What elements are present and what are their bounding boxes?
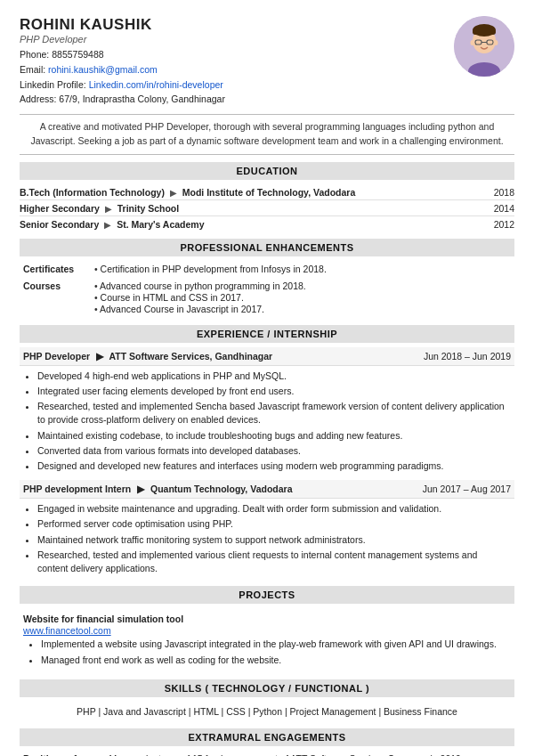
edu-arrow-1: ▶ — [170, 188, 177, 198]
exp-job-1-bullets: Developed 4 high-end web applications in… — [20, 368, 514, 477]
pe-row-certificates: Certificates Certification in PHP develo… — [20, 261, 514, 278]
skills-section-header: SKILLS ( TECHNOLOGY / FUNCTIONAL ) — [20, 679, 514, 697]
header-info: Phone: 8855759488 Email: rohini.kaushik@… — [20, 47, 225, 107]
exp-job-1-bullet-6: Designed and developed new features and … — [37, 459, 509, 473]
address-label: Address: — [20, 93, 56, 104]
edu-row-2: Higher Secondary ▶ Trinity School 2014 — [20, 200, 514, 216]
project-bullet-1-1: Implemented a website using Javascript i… — [41, 638, 506, 651]
svg-point-10 — [471, 40, 475, 45]
exp-job-1-bullet-4: Maintained existing codebase, to include… — [37, 429, 509, 443]
project-bullet-1-2: Managed front end work as well as coding… — [41, 654, 506, 667]
pe-label-certificates: Certificates — [20, 261, 91, 278]
extramural-table: Positions of Responsibility Managed a te… — [20, 751, 514, 756]
project-item-1: Website for financial simulation tool ww… — [20, 608, 514, 671]
edu-degree-1: B.Tech (Information Technology) — [20, 187, 165, 198]
edu-institution-2: Trinity School — [117, 203, 179, 214]
exp-job-1-company: ATT Software Services, Gandhinagar — [109, 351, 273, 362]
ext-content-positions: Managed a team of 15 freshers as a part … — [100, 751, 514, 756]
exp-job-2-arrow: ▶ — [137, 484, 144, 494]
exp-job-1-bullet-5: Converted data from various formats into… — [37, 444, 509, 458]
header-divider — [20, 114, 514, 115]
edu-year-3: 2012 — [494, 219, 514, 230]
phone-label: Phone: — [20, 49, 49, 60]
summary-text: A creative and motivated PHP Developer, … — [20, 120, 514, 149]
email-link[interactable]: rohini.kaushik@gmail.com — [48, 64, 158, 75]
linkedin-label: Linkedin Profile: — [20, 79, 86, 90]
avatar — [454, 16, 514, 77]
education-section-header: EDUCATION — [20, 162, 514, 180]
exp-job-2-bullet-4: Researched, tested and implemented vario… — [37, 549, 509, 575]
exp-job-2-role: PHP development Intern — [23, 484, 131, 494]
ext-label-positions: Positions of Responsibility — [20, 751, 100, 756]
pe-content-certificates: Certification in PHP development from In… — [91, 261, 514, 278]
exp-job-1-bullet-3: Researched, tested and implemented Sench… — [37, 400, 509, 427]
exp-job-1-title: PHP Developer ▶ ATT Software Services, G… — [20, 347, 514, 366]
edu-institution-3: St. Mary's Academy — [117, 219, 204, 230]
edu-degree-3: Senior Secondary — [20, 219, 99, 230]
resume-container: ROHINI KAUSHIK PHP Developer Phone: 8855… — [0, 0, 534, 756]
edu-row-3: Senior Secondary ▶ St. Mary's Academy 20… — [20, 216, 514, 232]
header-left: ROHINI KAUSHIK PHP Developer Phone: 8855… — [20, 16, 225, 107]
edu-year-2: 2014 — [494, 203, 514, 214]
pe-content-courses: Advanced course in python programming in… — [91, 278, 514, 318]
professional-section-header: PROFESSIONAL ENHANCEMENTS — [20, 239, 514, 256]
exp-job-2-bullets: Engaged in website maintenance and upgra… — [20, 500, 514, 579]
exp-job-1-period: Jun 2018 – Jun 2019 — [424, 351, 511, 362]
edu-arrow-2: ▶ — [105, 204, 112, 214]
candidate-title: PHP Developer — [20, 34, 225, 45]
exp-job-1-bullet-1: Developed 4 high-end web applications in… — [37, 370, 509, 383]
exp-job-2-bullet-1: Engaged in website maintenance and upgra… — [37, 502, 509, 516]
projects-section-header: PROJECTS — [20, 586, 514, 604]
summary-divider — [20, 154, 514, 155]
linkedin-link[interactable]: Linkedin.com/in/rohini-developer — [89, 79, 223, 90]
education-section: B.Tech (Information Technology) ▶ Modi I… — [20, 184, 514, 232]
exp-job-2-title: PHP development Intern ▶ Quantum Technol… — [20, 480, 514, 499]
edu-degree-2: Higher Secondary — [20, 203, 100, 214]
exp-job-2-period: Jun 2017 – Aug 2017 — [423, 484, 511, 494]
experience-section-header: EXPERIENCE / INTERNSHIP — [20, 325, 514, 343]
header: ROHINI KAUSHIK PHP Developer Phone: 8855… — [20, 16, 514, 107]
phone-value: 8855759488 — [52, 49, 103, 60]
edu-year-1: 2018 — [494, 187, 514, 198]
edu-row-1: B.Tech (Information Technology) ▶ Modi I… — [20, 184, 514, 200]
professional-table: Certificates Certification in PHP develo… — [20, 261, 514, 318]
edu-arrow-3: ▶ — [104, 220, 111, 230]
pe-course-item-3: Advanced Course in Javascript in 2017. — [94, 304, 511, 314]
pe-course-item-2: Course in HTML and CSS in 2017. — [94, 292, 511, 303]
exp-job-2-company: Quantum Technology, Vadodara — [150, 484, 292, 494]
exp-job-1-role: PHP Developer — [23, 351, 90, 362]
avatar-image — [454, 16, 514, 77]
pe-row-courses: Courses Advanced course in python progra… — [20, 278, 514, 318]
svg-point-11 — [494, 40, 498, 45]
pe-course-item-1: Advanced course in python programming in… — [94, 280, 511, 291]
project-url-1[interactable]: www.financetool.com — [23, 625, 111, 636]
candidate-name: ROHINI KAUSHIK — [20, 16, 225, 34]
exp-job-1-arrow: ▶ — [96, 351, 103, 362]
extramural-section-header: EXTRAMURAL ENGAGEMENTS — [20, 728, 514, 746]
exp-job-1-bullet-2: Integrated user facing elements develope… — [37, 385, 509, 398]
skills-list: PHP | Java and Javascript | HTML | CSS |… — [20, 702, 514, 721]
project-bullets-1: Implemented a website using Javascript i… — [23, 636, 511, 670]
pe-label-courses: Courses — [20, 278, 91, 318]
project-title-1: Website for financial simulation tool — [23, 614, 511, 624]
svg-rect-4 — [473, 29, 496, 35]
edu-institution-1: Modi Institute of Technology, Vadodara — [182, 187, 355, 198]
ext-row-positions: Positions of Responsibility Managed a te… — [20, 751, 514, 756]
email-label: Email: — [20, 64, 45, 75]
exp-job-2-bullet-2: Performed server code optimisation using… — [37, 517, 509, 531]
pe-cert-item-1: Certification in PHP development from In… — [94, 264, 511, 274]
exp-job-2-bullet-3: Maintained network traffic monitoring sy… — [37, 533, 509, 547]
project-link-1: www.financetool.com — [23, 625, 511, 636]
address-value: 67/9, Indraprastha Colony, Gandhinagar — [59, 93, 225, 104]
